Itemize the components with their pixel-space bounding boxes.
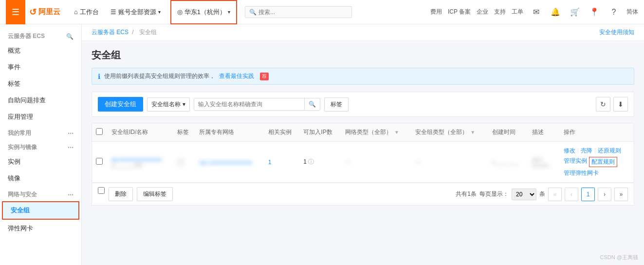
instance-count-link[interactable]: 1 bbox=[268, 159, 272, 166]
filter-label: 安全组名称 bbox=[151, 100, 181, 109]
row-instances-cell: 1 bbox=[264, 142, 300, 183]
info-bar: ℹ 使用前缀列表提高安全组规则管理的效率， 查看最佳实践 荐 bbox=[92, 68, 634, 85]
tag-value[interactable] bbox=[177, 158, 184, 166]
more-icon[interactable]: ⋯ bbox=[68, 191, 74, 198]
total-count: 共有1条 bbox=[456, 190, 477, 198]
question-icon[interactable]: ? bbox=[607, 5, 621, 19]
main-layout: 云服务器 ECS 🔍 概览 事件 标签 自助问题排查 应用管理 我的常用 ⋯ 实… bbox=[0, 24, 644, 265]
restore-rules-action[interactable]: 还原规则 bbox=[598, 147, 621, 155]
sg-name: s_______0hr bbox=[111, 162, 169, 168]
manage-nics-action[interactable]: 管理弹性网卡 bbox=[564, 170, 599, 176]
th-actions: 操作 bbox=[560, 123, 634, 142]
sidebar-item-security-groups[interactable]: 安全组 bbox=[2, 201, 79, 220]
nav-workbench[interactable]: ⌂ 工作台 bbox=[68, 0, 105, 24]
download-icon: ⬇ bbox=[618, 100, 624, 108]
sidebar-item-app-management[interactable]: 应用管理 bbox=[0, 109, 81, 125]
search-icon[interactable]: 🔍 bbox=[66, 33, 74, 40]
cart-icon[interactable]: 🛒 bbox=[568, 5, 582, 19]
page-size-unit: 条 bbox=[539, 190, 545, 198]
create-time-value: 2___-__-__ bbox=[492, 159, 524, 165]
language-switch[interactable]: 简体 bbox=[626, 8, 638, 16]
row-actions-cell: 修改 | 売降 | 还原规则 管理实例 配置规则 bbox=[560, 142, 634, 183]
th-net-type: 网络类型（全部） ▼ bbox=[341, 123, 411, 142]
toolbar-right-actions: ↻ ⬇ bbox=[596, 97, 628, 112]
filter-name-dropdown[interactable]: 安全组名称 ▾ bbox=[147, 97, 190, 112]
sidebar-item-elastic-nic[interactable]: 弹性网卡 bbox=[0, 220, 81, 237]
row-desc-cell: atedsecurit... bbox=[528, 142, 560, 183]
tag-filter-button[interactable]: 标签 bbox=[324, 97, 349, 112]
modify-action[interactable]: 修改 bbox=[564, 147, 575, 155]
hamburger-menu[interactable]: ☰ bbox=[6, 0, 25, 24]
prev-page-button[interactable]: ‹ bbox=[565, 188, 578, 201]
search-box[interactable]: 🔍 bbox=[194, 98, 320, 111]
search-input[interactable] bbox=[258, 9, 348, 16]
selloff-action[interactable]: 売降 bbox=[581, 147, 592, 155]
nav-all-resources[interactable]: ☰ 账号全部资源 ▾ bbox=[105, 0, 166, 24]
top-nav: ☰ ↺ 阿里云 ⌂ 工作台 ☰ 账号全部资源 ▾ ◎ 华东1（杭州） ▾ 🔍 费… bbox=[0, 0, 644, 24]
refresh-icon: ↻ bbox=[600, 100, 606, 108]
batch-actions: 删除 编辑标签 bbox=[98, 187, 173, 201]
first-page-button[interactable]: « bbox=[548, 188, 562, 201]
th-ips: 可加入IP数 bbox=[299, 123, 341, 142]
sidebar-item-overview[interactable]: 概览 bbox=[0, 42, 81, 59]
row-sg-type-cell: — bbox=[411, 142, 488, 183]
aliyun-logo[interactable]: ↺ 阿里云 bbox=[29, 7, 60, 18]
th-sg-type: 安全组类型（全部） ▼ bbox=[411, 123, 488, 142]
nav-icp[interactable]: ICP 备案 bbox=[448, 8, 471, 16]
nav-workorder[interactable]: 工单 bbox=[512, 8, 523, 16]
page-size-select[interactable]: 20 50 100 bbox=[512, 189, 536, 200]
security-notice-link[interactable]: 安全使用须知 bbox=[599, 28, 634, 37]
security-group-table: 安全组ID/名称 标签 所属专有网络 相关实例 可加入IP数 网络类型（全部） … bbox=[92, 123, 634, 183]
filter-icon[interactable]: ▼ bbox=[470, 130, 475, 135]
select-all-checkbox[interactable] bbox=[96, 128, 103, 135]
best-practice-link[interactable]: 查看最佳实践 bbox=[219, 72, 254, 80]
search-input[interactable] bbox=[194, 98, 304, 110]
more-icon[interactable]: ⋯ bbox=[68, 130, 74, 137]
row-vpc-cell: vpc-xxxxxxxxxxxxxxxx bbox=[195, 142, 264, 183]
page-title: 安全组 bbox=[92, 49, 634, 62]
nav-region-selector[interactable]: ◎ 华东1（杭州） ▾ bbox=[170, 0, 237, 24]
edit-tag-button[interactable]: 编辑标签 bbox=[137, 187, 173, 201]
bottom-checkbox[interactable] bbox=[98, 187, 105, 194]
sidebar-item-instances[interactable]: 实例 bbox=[0, 153, 81, 170]
location-icon: ◎ bbox=[177, 8, 183, 16]
current-page-button[interactable]: 1 bbox=[581, 188, 595, 201]
envelope-icon[interactable]: ✉ bbox=[529, 5, 543, 19]
more-icon[interactable]: ⋯ bbox=[68, 144, 74, 151]
sidebar-item-events[interactable]: 事件 bbox=[0, 59, 81, 76]
top-search-box[interactable]: 🔍 bbox=[245, 6, 352, 18]
th-create-time: 创建时间 bbox=[488, 123, 528, 142]
manage-instances-action[interactable]: 管理实例 bbox=[564, 157, 587, 167]
nav-support[interactable]: 支持 bbox=[494, 8, 506, 16]
location-icon[interactable]: 📍 bbox=[588, 5, 601, 19]
nav-enterprise[interactable]: 企业 bbox=[477, 8, 488, 16]
delete-button[interactable]: 删除 bbox=[109, 187, 133, 201]
prev-page-icon: ‹ bbox=[570, 191, 572, 198]
next-page-button[interactable]: › bbox=[598, 188, 611, 201]
last-page-icon: » bbox=[620, 191, 623, 198]
config-rules-action[interactable]: 配置规则 bbox=[589, 157, 617, 167]
search-button[interactable]: 🔍 bbox=[304, 98, 320, 110]
breadcrumb: 云服务器 ECS / 安全组 bbox=[92, 28, 159, 37]
sidebar-item-tags[interactable]: 标签 bbox=[0, 76, 81, 92]
row-net-type-cell: — bbox=[341, 142, 411, 183]
bell-icon[interactable]: 🔔 bbox=[549, 5, 562, 19]
nav-fees[interactable]: 费用 bbox=[430, 8, 442, 16]
next-page-icon: › bbox=[604, 191, 606, 198]
last-page-button[interactable]: » bbox=[614, 188, 628, 201]
create-security-group-button[interactable]: 创建安全组 bbox=[98, 97, 143, 112]
watermark: CSDN @王离骚 bbox=[600, 254, 638, 261]
vpc-link[interactable]: vpc-xxxxxxxxxxxxxxxx bbox=[199, 159, 260, 165]
filter-icon[interactable]: ▼ bbox=[394, 130, 399, 135]
question-icon[interactable]: ⓘ bbox=[308, 158, 314, 165]
sidebar-section-favorites: 我的常用 ⋯ bbox=[0, 125, 81, 139]
sidebar-item-troubleshoot[interactable]: 自助问题排查 bbox=[0, 92, 81, 109]
info-icon: ℹ bbox=[98, 73, 100, 80]
refresh-button[interactable]: ↻ bbox=[596, 97, 610, 112]
download-button[interactable]: ⬇ bbox=[613, 97, 628, 112]
th-instances: 相关实例 bbox=[264, 123, 300, 142]
sidebar-item-images[interactable]: 镜像 bbox=[0, 170, 81, 187]
sg-id-link[interactable]: sg-xxxxxxxxxxxxxxxx bbox=[111, 156, 169, 162]
breadcrumb-ecs[interactable]: 云服务器 ECS bbox=[92, 29, 129, 36]
row-checkbox[interactable] bbox=[96, 158, 103, 165]
